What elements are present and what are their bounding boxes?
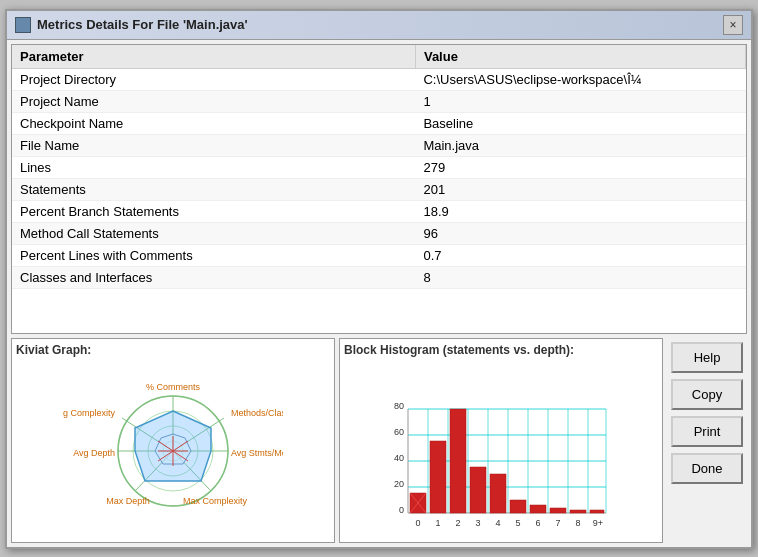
- svg-text:2: 2: [455, 518, 460, 528]
- histogram-label: Block Histogram (statements vs. depth):: [344, 343, 658, 357]
- svg-text:Max Depth: Max Depth: [106, 496, 150, 506]
- graphs-area: Kiviat Graph:: [11, 338, 663, 543]
- value-cell: Main.java: [415, 134, 745, 156]
- param-cell: Statements: [12, 178, 415, 200]
- param-cell: Lines: [12, 156, 415, 178]
- title-bar-left: Metrics Details For File 'Main.java': [15, 17, 248, 33]
- histogram-svg: 0 20 40 60 80: [386, 383, 616, 538]
- table-row: Lines279: [12, 156, 746, 178]
- svg-text:20: 20: [394, 479, 404, 489]
- kiviat-svg: % Comments Methods/Class Avg Stmts/Metho…: [63, 366, 283, 531]
- svg-text:9+: 9+: [593, 518, 603, 528]
- histogram-canvas: 0 20 40 60 80: [344, 359, 658, 538]
- table-row: Percent Lines with Comments0.7: [12, 244, 746, 266]
- scroll-right-arrow[interactable]: ▶: [730, 333, 744, 334]
- histogram-section: Block Histogram (statements vs. depth): …: [339, 338, 663, 543]
- col-header-param: Parameter: [12, 45, 415, 69]
- svg-rect-53: [550, 508, 566, 513]
- param-cell: Percent Branch Statements: [12, 200, 415, 222]
- table-row: Method Call Statements96: [12, 222, 746, 244]
- table-row: Checkpoint NameBaseline: [12, 112, 746, 134]
- value-cell: C:\Users\ASUS\eclipse-workspace\Î¼: [415, 68, 745, 90]
- svg-text:6: 6: [535, 518, 540, 528]
- window-title: Metrics Details For File 'Main.java': [37, 17, 248, 32]
- svg-text:8: 8: [575, 518, 580, 528]
- svg-rect-50: [490, 474, 506, 513]
- param-cell: Method Call Statements: [12, 222, 415, 244]
- svg-text:% Comments: % Comments: [146, 382, 201, 392]
- svg-rect-55: [590, 510, 604, 513]
- table-row: Project Name1: [12, 90, 746, 112]
- buttons-area: Help Copy Print Done: [667, 338, 747, 543]
- param-cell: Project Name: [12, 90, 415, 112]
- metrics-table-section: Parameter Value Project DirectoryC:\User…: [11, 44, 747, 334]
- svg-rect-51: [510, 500, 526, 513]
- svg-text:0: 0: [399, 505, 404, 515]
- svg-rect-54: [570, 510, 586, 513]
- table-wrapper[interactable]: Parameter Value Project DirectoryC:\User…: [12, 45, 746, 333]
- svg-text:Avg Depth: Avg Depth: [73, 448, 115, 458]
- help-button[interactable]: Help: [671, 342, 743, 373]
- svg-text:5: 5: [515, 518, 520, 528]
- main-content: Parameter Value Project DirectoryC:\User…: [7, 40, 751, 547]
- svg-text:3: 3: [475, 518, 480, 528]
- table-row: Statements201: [12, 178, 746, 200]
- window-icon: [15, 17, 31, 33]
- title-bar: Metrics Details For File 'Main.java' ×: [7, 11, 751, 40]
- kiviat-label: Kiviat Graph:: [16, 343, 330, 357]
- svg-text:7: 7: [555, 518, 560, 528]
- svg-text:4: 4: [495, 518, 500, 528]
- svg-text:1: 1: [435, 518, 440, 528]
- print-button[interactable]: Print: [671, 416, 743, 447]
- svg-rect-52: [530, 505, 546, 513]
- param-cell: Percent Lines with Comments: [12, 244, 415, 266]
- main-window: Metrics Details For File 'Main.java' × P…: [5, 9, 753, 549]
- value-cell: 0.7: [415, 244, 745, 266]
- svg-text:60: 60: [394, 427, 404, 437]
- value-cell: 1: [415, 90, 745, 112]
- col-header-value: Value: [415, 45, 745, 69]
- horizontal-scrollbar[interactable]: ◀ ▶: [12, 333, 746, 334]
- param-cell: Checkpoint Name: [12, 112, 415, 134]
- value-cell: 279: [415, 156, 745, 178]
- table-row: Classes and Interfaces8: [12, 266, 746, 288]
- svg-text:40: 40: [394, 453, 404, 463]
- svg-text:80: 80: [394, 401, 404, 411]
- param-cell: Classes and Interfaces: [12, 266, 415, 288]
- value-cell: Baseline: [415, 112, 745, 134]
- value-cell: 96: [415, 222, 745, 244]
- table-row: Project DirectoryC:\Users\ASUS\eclipse-w…: [12, 68, 746, 90]
- svg-text:Avg Complexity: Avg Complexity: [63, 408, 115, 418]
- scroll-left-arrow[interactable]: ◀: [14, 333, 28, 334]
- table-row: Percent Branch Statements18.9: [12, 200, 746, 222]
- svg-text:Max Complexity: Max Complexity: [183, 496, 248, 506]
- svg-text:Avg Stmts/Method: Avg Stmts/Method: [231, 448, 283, 458]
- value-cell: 201: [415, 178, 745, 200]
- param-cell: Project Directory: [12, 68, 415, 90]
- svg-rect-47: [430, 441, 446, 513]
- svg-rect-49: [470, 467, 486, 513]
- svg-text:Methods/Class: Methods/Class: [231, 408, 283, 418]
- svg-rect-48: [450, 409, 466, 513]
- kiviat-section: Kiviat Graph:: [11, 338, 335, 543]
- svg-text:0: 0: [415, 518, 420, 528]
- table-row: File NameMain.java: [12, 134, 746, 156]
- done-button[interactable]: Done: [671, 453, 743, 484]
- metrics-table: Parameter Value Project DirectoryC:\User…: [12, 45, 746, 289]
- param-cell: File Name: [12, 134, 415, 156]
- bottom-section: Kiviat Graph:: [11, 338, 747, 543]
- copy-button[interactable]: Copy: [671, 379, 743, 410]
- close-button[interactable]: ×: [723, 15, 743, 35]
- kiviat-canvas: % Comments Methods/Class Avg Stmts/Metho…: [16, 359, 330, 538]
- value-cell: 8: [415, 266, 745, 288]
- value-cell: 18.9: [415, 200, 745, 222]
